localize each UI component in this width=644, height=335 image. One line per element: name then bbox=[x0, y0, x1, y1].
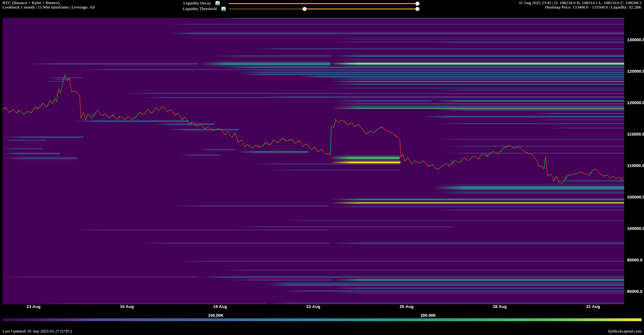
site-link[interactable]: hyblockcapital.com bbox=[608, 329, 641, 333]
lookback-settings: Lookback:1 month | 15 Min timeframe | Le… bbox=[3, 5, 95, 9]
image-placeholder-icon bbox=[215, 1, 220, 5]
y-axis-label: 100000.0 bbox=[627, 226, 644, 231]
y-axis-label: 120000.0 bbox=[627, 100, 644, 105]
x-axis-label: 22 Aug bbox=[306, 304, 320, 309]
threshold-track-fill[interactable] bbox=[305, 8, 417, 9]
x-axis-label: 25 Aug bbox=[400, 304, 414, 309]
y-axis-label: 115000.0 bbox=[627, 132, 644, 137]
y-axis-label: 105000.0 bbox=[627, 195, 644, 199]
y-axis-label: 130000.0 bbox=[627, 37, 644, 42]
x-axis-label: 13 Aug bbox=[27, 304, 41, 309]
symbol-title: BTC (Binance + Bybit + Bitmex) bbox=[3, 1, 59, 5]
liquidity-threshold-slider[interactable] bbox=[229, 7, 417, 11]
y-axis-label: 125000.0 bbox=[627, 69, 644, 74]
y-axis-label: 90000.0 bbox=[627, 289, 642, 294]
last-updated-text: Last Updated: 01 Sep 2025 01:27 (UTC) bbox=[3, 329, 72, 333]
liquidity-decay-label: Liquidity Decay bbox=[132, 1, 211, 5]
image-placeholder-icon bbox=[221, 7, 226, 11]
x-axis-label: 31 Aug bbox=[586, 304, 600, 309]
threshold-handle-low[interactable] bbox=[303, 7, 307, 11]
app: { "header": { "left_line1": "BTC (Binanc… bbox=[0, 0, 644, 335]
decay-track[interactable] bbox=[229, 3, 417, 4]
decay-handle[interactable] bbox=[415, 2, 419, 6]
y-axis-label: 95000.0 bbox=[627, 258, 642, 262]
x-axis-label: 16 Aug bbox=[120, 304, 134, 309]
heatmap-price-readout: Heatmap Price: 133400.0 - 133500.0 | Liq… bbox=[545, 5, 641, 9]
colorbar-label: 150.00K bbox=[208, 313, 224, 318]
ohlc-readout: 31 Aug 2025 23:45 | O: 108218.9 H: 10831… bbox=[519, 1, 641, 5]
heatmap-canvas[interactable] bbox=[3, 18, 624, 304]
colorbar-label: 200.00K bbox=[420, 313, 436, 318]
liquidity-threshold-label: Liquidity Threshold bbox=[138, 7, 217, 11]
threshold-handle-high[interactable] bbox=[415, 7, 419, 11]
x-axis-label: 19 Aug bbox=[213, 304, 227, 309]
y-axis-label: 110000.0 bbox=[627, 163, 644, 168]
liquidity-decay-slider[interactable] bbox=[229, 2, 417, 6]
liquidity-colorbar bbox=[3, 318, 641, 321]
x-axis-label: 28 Aug bbox=[493, 304, 507, 309]
